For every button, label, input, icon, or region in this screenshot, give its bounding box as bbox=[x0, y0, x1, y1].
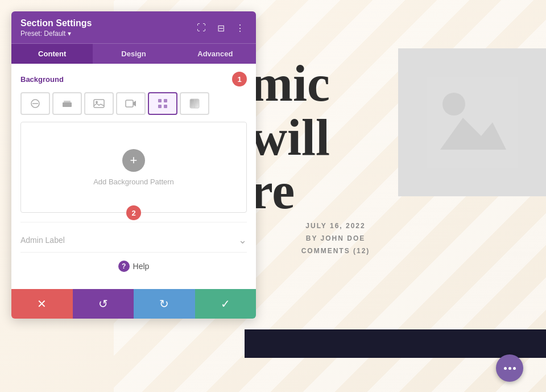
post-meta: JULY 16, 2022 BY JOHN DOE COMMENTS (12) bbox=[250, 222, 421, 259]
background-label: Background bbox=[20, 75, 64, 84]
pattern-icon bbox=[158, 98, 168, 109]
color-icon bbox=[62, 100, 72, 107]
svg-rect-11 bbox=[158, 105, 162, 108]
save-button[interactable]: ✓ bbox=[195, 289, 257, 319]
background-section-row: Background 1 bbox=[20, 64, 247, 92]
fab-button[interactable] bbox=[496, 354, 523, 382]
admin-label-text: Admin Label bbox=[20, 236, 65, 245]
svg-rect-0 bbox=[427, 77, 518, 168]
badge-2: 2 bbox=[126, 205, 141, 220]
admin-label-row[interactable]: Admin Label ⌄ bbox=[20, 222, 247, 252]
help-row[interactable]: ? Help bbox=[20, 252, 247, 280]
fab-dots-icon bbox=[504, 367, 516, 370]
bg-type-none[interactable] bbox=[20, 92, 50, 115]
svg-rect-4 bbox=[63, 102, 72, 107]
video-icon bbox=[125, 99, 136, 108]
help-icon: ? bbox=[118, 261, 130, 272]
post-comments: COMMENTS (12) bbox=[250, 247, 421, 255]
svg-rect-8 bbox=[126, 100, 133, 107]
image-icon bbox=[93, 99, 105, 108]
save-icon: ✓ bbox=[221, 297, 230, 311]
tab-design[interactable]: Design bbox=[93, 44, 174, 64]
more-icon[interactable]: ⋮ bbox=[233, 21, 247, 35]
dark-bar bbox=[245, 329, 546, 358]
tab-content[interactable]: Content bbox=[11, 44, 93, 64]
columns-icon[interactable]: ⊟ bbox=[214, 21, 228, 35]
panel-title: Section Settings bbox=[20, 18, 92, 28]
background-hero-text: mic will re bbox=[250, 57, 330, 218]
chevron-down-icon: ⌄ bbox=[238, 234, 247, 246]
redo-button[interactable]: ↻ bbox=[134, 289, 195, 319]
cancel-button[interactable]: ✕ bbox=[11, 289, 73, 319]
panel-tabs: Content Design Advanced bbox=[11, 43, 256, 64]
redo-icon: ↻ bbox=[159, 297, 169, 311]
bg-type-image[interactable] bbox=[84, 92, 114, 115]
svg-rect-12 bbox=[164, 105, 167, 108]
image-placeholder bbox=[398, 48, 546, 196]
bg-type-row bbox=[20, 92, 247, 115]
add-pattern-button[interactable]: + bbox=[122, 149, 145, 172]
undo-button[interactable]: ↺ bbox=[73, 289, 134, 319]
action-bar: ✕ ↺ ↻ ✓ bbox=[11, 289, 256, 319]
gradient-icon bbox=[189, 98, 200, 109]
bg-type-video[interactable] bbox=[116, 92, 146, 115]
post-date: JULY 16, 2022 bbox=[250, 222, 421, 230]
panel-header: Section Settings Preset: Default ▾ ⛶ ⊟ ⋮ bbox=[11, 11, 256, 43]
help-label: Help bbox=[133, 262, 150, 271]
none-icon bbox=[30, 98, 40, 109]
bg-type-gradient[interactable] bbox=[180, 92, 209, 115]
fullscreen-icon[interactable]: ⛶ bbox=[195, 21, 208, 35]
svg-point-1 bbox=[442, 93, 465, 115]
badge-1: 1 bbox=[232, 72, 247, 86]
svg-point-7 bbox=[96, 101, 98, 104]
bg-type-color[interactable] bbox=[52, 92, 82, 115]
post-author: BY JOHN DOE bbox=[250, 234, 421, 242]
pattern-upload-area: + Add Background Pattern 2 bbox=[20, 122, 247, 213]
panel-preset: Preset: Default ▾ bbox=[20, 30, 92, 38]
svg-rect-10 bbox=[164, 99, 167, 102]
svg-rect-9 bbox=[158, 99, 162, 102]
cancel-icon: ✕ bbox=[37, 297, 47, 311]
add-pattern-label: Add Background Pattern bbox=[93, 178, 174, 186]
tab-advanced[interactable]: Advanced bbox=[175, 44, 256, 64]
undo-icon: ↺ bbox=[98, 297, 108, 311]
panel-header-icons: ⛶ ⊟ ⋮ bbox=[195, 21, 247, 35]
svg-rect-5 bbox=[64, 101, 71, 102]
svg-rect-6 bbox=[94, 100, 104, 108]
bg-type-pattern[interactable] bbox=[148, 92, 177, 115]
panel-body: Background 1 bbox=[11, 64, 256, 289]
section-settings-panel: Section Settings Preset: Default ▾ ⛶ ⊟ ⋮… bbox=[11, 11, 256, 319]
panel-title-group: Section Settings Preset: Default ▾ bbox=[20, 18, 92, 38]
